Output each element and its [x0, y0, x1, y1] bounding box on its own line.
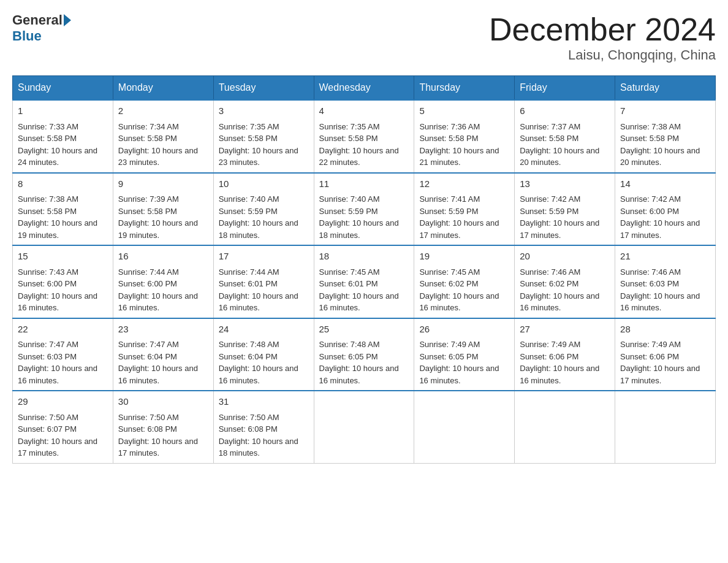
day-number: 14: [620, 177, 710, 191]
sunset-label: Sunset: 5:58 PM: [118, 134, 177, 143]
sunset-label: Sunset: 5:58 PM: [319, 134, 378, 143]
daylight-label: Daylight: 10 hours and 16 minutes.: [419, 291, 499, 313]
day-number: 13: [520, 177, 610, 191]
calendar-week-row: 29 Sunrise: 7:50 AM Sunset: 6:07 PM Dayl…: [13, 391, 716, 463]
logo: General Blue: [12, 12, 71, 44]
sunset-label: Sunset: 5:58 PM: [520, 134, 578, 143]
sunset-label: Sunset: 5:59 PM: [419, 207, 478, 216]
sunrise-label: Sunrise: 7:50 AM: [118, 413, 179, 422]
calendar-cell: 27 Sunrise: 7:49 AM Sunset: 6:06 PM Dayl…: [515, 318, 615, 391]
sunrise-label: Sunrise: 7:37 AM: [520, 122, 580, 131]
sunset-label: Sunset: 5:59 PM: [319, 207, 378, 216]
sunrise-label: Sunrise: 7:47 AM: [18, 340, 78, 349]
day-number: 2: [118, 104, 208, 118]
day-number: 26: [419, 323, 509, 337]
sunset-label: Sunset: 5:58 PM: [219, 134, 278, 143]
page-subtitle: Laisu, Chongqing, China: [489, 47, 716, 63]
day-number: 8: [18, 177, 108, 191]
daylight-label: Daylight: 10 hours and 16 minutes.: [319, 291, 399, 313]
sunset-label: Sunset: 6:08 PM: [219, 424, 278, 434]
calendar-cell: 12 Sunrise: 7:41 AM Sunset: 5:59 PM Dayl…: [414, 173, 515, 246]
header-saturday: Saturday: [615, 76, 716, 101]
sunset-label: Sunset: 5:58 PM: [18, 207, 77, 216]
calendar-cell: 29 Sunrise: 7:50 AM Sunset: 6:07 PM Dayl…: [13, 391, 113, 463]
sunrise-label: Sunrise: 7:44 AM: [219, 267, 279, 277]
calendar-cell: 2 Sunrise: 7:34 AM Sunset: 5:58 PM Dayli…: [113, 100, 213, 173]
daylight-label: Daylight: 10 hours and 16 minutes.: [219, 364, 298, 385]
calendar-cell: 10 Sunrise: 7:40 AM Sunset: 5:59 PM Dayl…: [213, 173, 314, 246]
sunrise-label: Sunrise: 7:45 AM: [319, 267, 380, 277]
day-number: 22: [18, 323, 108, 337]
sunrise-label: Sunrise: 7:38 AM: [620, 122, 681, 131]
sunset-label: Sunset: 5:59 PM: [520, 207, 578, 216]
header-sunday: Sunday: [13, 76, 113, 101]
sunset-label: Sunset: 6:00 PM: [620, 207, 679, 216]
calendar-cell: [515, 391, 615, 463]
calendar-cell: 4 Sunrise: 7:35 AM Sunset: 5:58 PM Dayli…: [314, 100, 414, 173]
calendar-cell: 15 Sunrise: 7:43 AM Sunset: 6:00 PM Dayl…: [13, 245, 113, 318]
daylight-label: Daylight: 10 hours and 16 minutes.: [18, 291, 97, 313]
daylight-label: Daylight: 10 hours and 17 minutes.: [620, 364, 700, 385]
page-title: December 2024: [489, 12, 716, 47]
calendar-cell: 19 Sunrise: 7:45 AM Sunset: 6:02 PM Dayl…: [414, 245, 515, 318]
daylight-label: Daylight: 10 hours and 20 minutes.: [520, 146, 599, 167]
day-number: 30: [118, 395, 208, 409]
day-number: 24: [219, 323, 309, 337]
calendar-body: 1 Sunrise: 7:33 AM Sunset: 5:58 PM Dayli…: [13, 100, 716, 463]
calendar-cell: 20 Sunrise: 7:46 AM Sunset: 6:02 PM Dayl…: [515, 245, 615, 318]
sunrise-label: Sunrise: 7:48 AM: [319, 340, 380, 349]
day-number: 1: [18, 104, 108, 118]
sunrise-label: Sunrise: 7:39 AM: [118, 194, 179, 204]
day-number: 25: [319, 323, 409, 337]
daylight-label: Daylight: 10 hours and 19 minutes.: [18, 218, 97, 240]
sunset-label: Sunset: 6:04 PM: [118, 352, 177, 361]
sunrise-label: Sunrise: 7:41 AM: [419, 194, 480, 204]
sunrise-label: Sunrise: 7:50 AM: [219, 413, 279, 422]
sunset-label: Sunset: 6:03 PM: [620, 279, 679, 288]
sunrise-label: Sunrise: 7:35 AM: [319, 122, 380, 131]
logo-arrow-icon: [64, 14, 71, 26]
header-friday: Friday: [515, 76, 615, 101]
day-number: 17: [219, 250, 309, 264]
calendar-week-row: 15 Sunrise: 7:43 AM Sunset: 6:00 PM Dayl…: [13, 245, 716, 318]
calendar-table: Sunday Monday Tuesday Wednesday Thursday…: [12, 75, 716, 464]
sunrise-label: Sunrise: 7:38 AM: [18, 194, 78, 204]
sunset-label: Sunset: 6:02 PM: [520, 279, 578, 288]
sunset-label: Sunset: 6:00 PM: [118, 279, 177, 288]
calendar-cell: 18 Sunrise: 7:45 AM Sunset: 6:01 PM Dayl…: [314, 245, 414, 318]
daylight-label: Daylight: 10 hours and 23 minutes.: [219, 146, 298, 167]
daylight-label: Daylight: 10 hours and 18 minutes.: [319, 218, 399, 240]
daylight-label: Daylight: 10 hours and 16 minutes.: [419, 364, 499, 385]
day-number: 3: [219, 104, 309, 118]
sunset-label: Sunset: 6:01 PM: [219, 279, 278, 288]
header-monday: Monday: [113, 76, 213, 101]
calendar-cell: 24 Sunrise: 7:48 AM Sunset: 6:04 PM Dayl…: [213, 318, 314, 391]
daylight-label: Daylight: 10 hours and 18 minutes.: [219, 218, 298, 240]
calendar-cell: 26 Sunrise: 7:49 AM Sunset: 6:05 PM Dayl…: [414, 318, 515, 391]
sunrise-label: Sunrise: 7:40 AM: [319, 194, 380, 204]
calendar-cell: 13 Sunrise: 7:42 AM Sunset: 5:59 PM Dayl…: [515, 173, 615, 246]
sunrise-label: Sunrise: 7:36 AM: [419, 122, 480, 131]
calendar-cell: 30 Sunrise: 7:50 AM Sunset: 6:08 PM Dayl…: [113, 391, 213, 463]
sunrise-label: Sunrise: 7:48 AM: [219, 340, 279, 349]
daylight-label: Daylight: 10 hours and 16 minutes.: [520, 364, 599, 385]
sunrise-label: Sunrise: 7:42 AM: [520, 194, 580, 204]
calendar-cell: 8 Sunrise: 7:38 AM Sunset: 5:58 PM Dayli…: [13, 173, 113, 246]
calendar-cell: 21 Sunrise: 7:46 AM Sunset: 6:03 PM Dayl…: [615, 245, 716, 318]
calendar-cell: 1 Sunrise: 7:33 AM Sunset: 5:58 PM Dayli…: [13, 100, 113, 173]
daylight-label: Daylight: 10 hours and 16 minutes.: [118, 291, 198, 313]
day-number: 20: [520, 250, 610, 264]
sunset-label: Sunset: 6:01 PM: [319, 279, 378, 288]
calendar-cell: 23 Sunrise: 7:47 AM Sunset: 6:04 PM Dayl…: [113, 318, 213, 391]
sunrise-label: Sunrise: 7:46 AM: [520, 267, 580, 277]
day-number: 31: [219, 395, 309, 409]
logo-blue-text: Blue: [12, 28, 71, 44]
daylight-label: Daylight: 10 hours and 24 minutes.: [18, 146, 97, 167]
calendar-cell: 31 Sunrise: 7:50 AM Sunset: 6:08 PM Dayl…: [213, 391, 314, 463]
calendar-cell: 16 Sunrise: 7:44 AM Sunset: 6:00 PM Dayl…: [113, 245, 213, 318]
sunset-label: Sunset: 5:58 PM: [419, 134, 478, 143]
sunset-label: Sunset: 6:00 PM: [18, 279, 77, 288]
calendar-week-row: 8 Sunrise: 7:38 AM Sunset: 5:58 PM Dayli…: [13, 173, 716, 246]
daylight-label: Daylight: 10 hours and 16 minutes.: [620, 291, 700, 313]
sunrise-label: Sunrise: 7:45 AM: [419, 267, 480, 277]
